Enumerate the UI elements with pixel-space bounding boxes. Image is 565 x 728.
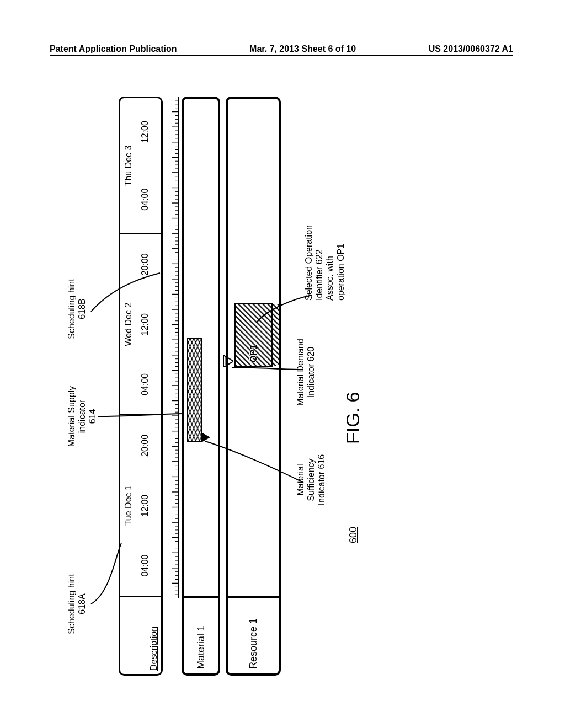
time-ruler-row <box>166 97 179 676</box>
callout-line: Sufficiency <box>306 444 316 516</box>
day-label: Thu Dec 3 <box>124 98 134 233</box>
diagram-id-600: 600 <box>348 527 359 543</box>
time-label: 04:00 <box>140 555 150 577</box>
material-track <box>184 99 218 596</box>
row-label-resource: Resource 1 <box>228 596 279 673</box>
time-label: 20:00 <box>140 435 150 457</box>
row-resource-1: Resource 1 <box>226 97 281 676</box>
time-labels: 04:00 12:00 20:00 <box>140 415 150 596</box>
material-supply-bar <box>187 338 202 442</box>
gantt-table: Description Tue Dec 1 04:00 12:00 20:00 … <box>119 97 286 676</box>
day-cell-thu: Thu Dec 3 04:00 12:00 <box>120 98 161 234</box>
description-label: Description <box>149 627 159 671</box>
svg-marker-136 <box>223 355 233 367</box>
day-label: Tue Dec 1 <box>124 415 134 596</box>
day-cell-wed: Wed Dec 2 04:00 12:00 20:00 <box>120 234 161 416</box>
callout-line: Indicator 616 <box>316 444 327 516</box>
day-cell-tue: Tue Dec 1 04:00 12:00 20:00 <box>120 415 161 597</box>
callout-line: Indicator 620 <box>306 328 316 416</box>
header-right: US 2013/0060372 A1 <box>429 44 513 54</box>
svg-marker-135 <box>202 433 210 442</box>
time-label: 12:00 <box>140 121 150 143</box>
row-material-1: Material 1 <box>182 97 220 676</box>
time-label: 20:00 <box>140 253 150 275</box>
time-labels: 04:00 12:00 20:00 <box>140 234 150 415</box>
figure-6: Scheduling hint 618A Material Supply ind… <box>66 97 497 676</box>
material-sufficiency-dip <box>202 433 211 442</box>
callout-line: Selected Operation <box>303 207 314 301</box>
time-label: 12:00 <box>140 313 150 335</box>
header-left: Patent Application Publication <box>50 44 177 54</box>
header-row: Description Tue Dec 1 04:00 12:00 20:00 … <box>119 97 163 676</box>
time-ruler <box>166 97 179 598</box>
callout-line: Material <box>295 444 306 516</box>
time-label: 12:00 <box>140 495 150 517</box>
material-demand-indicator <box>223 355 233 367</box>
callout-line: Assoc. with <box>324 207 335 301</box>
row-label-text: Material 1 <box>195 625 207 669</box>
callout-line: Material Demand <box>295 328 306 416</box>
callout-line: operation OP1 <box>335 207 346 301</box>
resource-track: OP1 <box>228 99 279 596</box>
callout-line: Identifier 622 <box>314 207 324 301</box>
page-header: Patent Application Publication Mar. 7, 2… <box>50 44 513 54</box>
row-label-text: Resource 1 <box>248 618 259 669</box>
time-label: 04:00 <box>140 189 150 211</box>
description-header: Description <box>120 597 161 674</box>
header-rule <box>50 55 513 56</box>
ruler-spacer <box>166 598 179 676</box>
svg-rect-134 <box>188 339 201 441</box>
time-labels: 04:00 12:00 <box>140 98 150 233</box>
row-label-material: Material 1 <box>184 596 218 673</box>
operation-block-op1: OP1 <box>234 303 273 367</box>
time-label: 04:00 <box>140 373 150 395</box>
day-label: Wed Dec 2 <box>124 234 134 415</box>
callout-material-sufficiency-616: Material Sufficiency Indicator 616 <box>295 444 327 516</box>
header-center: Mar. 7, 2013 Sheet 6 of 10 <box>249 44 356 54</box>
callout-material-demand-620: Material Demand Indicator 620 <box>295 328 316 416</box>
figure-number: FIG. 6 <box>342 392 364 444</box>
operation-label: OP1 <box>249 345 259 362</box>
callout-selected-operation-622: Selected Operation Identifier 622 Assoc.… <box>303 207 346 301</box>
